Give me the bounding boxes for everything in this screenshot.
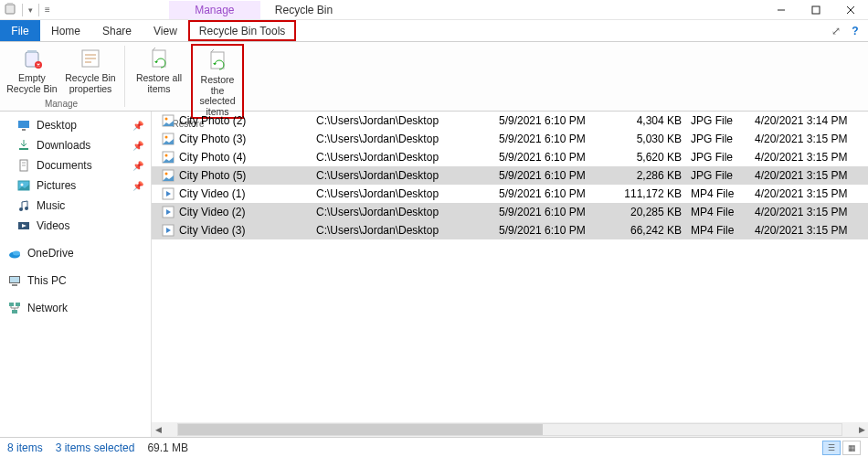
pin-icon: 📌 [132,161,143,171]
table-row[interactable]: City Photo (5)C:\Users\Jordan\Desktop5/9… [152,166,868,185]
file-type-icon [161,205,175,219]
cell-original-location: C:\Users\Jordan\Desktop [316,133,499,145]
pictures-icon [16,178,31,193]
cell-date-modified: 4/20/2021 3:15 PM [755,169,868,182]
cell-date-deleted: 5/9/2021 6:10 PM [499,151,618,164]
nav-network[interactable]: Network [0,298,151,318]
svg-rect-27 [10,277,19,282]
contextual-tab-label: Manage [169,1,260,19]
table-row[interactable]: City Video (2)C:\Users\Jordan\Desktop5/9… [152,203,868,221]
close-button[interactable] [833,0,868,20]
tab-recycle-bin-tools[interactable]: Recycle Bin Tools [188,20,297,41]
help-icon[interactable]: ? [846,20,864,41]
cell-item-type: JPG File [691,169,755,182]
nav-desktop[interactable]: Desktop📌 [0,115,151,135]
explorer-body: Desktop📌 Downloads📌 Documents📌 Pictures📌… [0,112,868,437]
svg-rect-13 [18,121,29,128]
documents-icon [16,158,31,173]
ribbon: Empty Recycle Bin Recycle Bin properties… [0,42,868,112]
table-row[interactable]: City Photo (3)C:\Users\Jordan\Desktop5/9… [152,130,868,148]
view-mode-buttons: ☰ ▦ [822,441,861,455]
pin-icon: 📌 [132,121,143,131]
nav-this-pc[interactable]: This PC [0,271,151,291]
cell-date-modified: 4/20/2021 3:15 PM [755,151,868,164]
svg-rect-15 [19,148,28,150]
restore-selected-icon [205,48,230,73]
nav-downloads[interactable]: Downloads📌 [0,135,151,155]
quick-access-toolbar: ▾ ≡ [0,2,50,17]
recycle-bin-properties-button[interactable]: Recycle Bin properties [64,44,117,99]
minimize-button[interactable] [764,0,799,20]
empty-recycle-bin-button[interactable]: Empty Recycle Bin [5,44,58,99]
nav-onedrive[interactable]: OneDrive [0,243,151,263]
file-list: City Photo (2)C:\Users\Jordan\Desktop5/9… [152,112,868,437]
horizontal-scrollbar[interactable]: ◀ ▶ [152,422,868,437]
cell-name: City Photo (5) [179,169,316,182]
svg-point-35 [165,136,168,139]
nav-pictures[interactable]: Pictures📌 [0,175,151,196]
svg-point-25 [13,251,20,256]
svg-point-39 [165,173,168,175]
cell-original-location: C:\Users\Jordan\Desktop [316,169,499,182]
table-row[interactable]: City Photo (2)C:\Users\Jordan\Desktop5/9… [152,112,868,130]
cell-item-type: JPG File [691,133,755,145]
restore-all-icon [146,46,172,71]
restore-all-items-button[interactable]: Restore all items [132,44,185,119]
status-bar: 8 items 3 items selected 69.1 MB ☰ ▦ [0,437,868,457]
file-type-icon [161,223,175,238]
tab-view[interactable]: View [143,20,188,41]
cell-item-type: MP4 File [691,206,755,218]
table-row[interactable]: City Photo (4)C:\Users\Jordan\Desktop5/9… [152,148,868,166]
navigation-pane: Desktop📌 Downloads📌 Documents📌 Pictures📌… [0,112,152,437]
file-type-icon [161,113,175,128]
cell-name: City Photo (2) [179,114,316,127]
cell-name: City Video (3) [179,224,316,237]
svg-rect-28 [12,284,17,286]
status-selected-count: 3 items selected [56,441,135,454]
music-icon [16,198,31,213]
svg-rect-14 [22,129,26,131]
title-bar: ▾ ≡ Manage Recycle Bin [0,0,868,20]
videos-icon [16,218,31,233]
status-item-count: 8 items [7,441,43,454]
cell-date-deleted: 5/9/2021 6:10 PM [499,169,618,182]
table-row[interactable]: City Video (3)C:\Users\Jordan\Desktop5/9… [152,221,868,239]
cell-name: City Photo (4) [179,151,316,164]
cell-date-deleted: 5/9/2021 6:10 PM [499,187,618,200]
svg-point-21 [19,207,23,211]
cell-date-deleted: 5/9/2021 6:10 PM [499,206,618,218]
tab-home[interactable]: Home [40,20,91,41]
cell-name: City Photo (3) [179,133,316,145]
maximize-button[interactable] [799,0,833,20]
cell-item-type: JPG File [691,114,755,127]
cell-size: 5,030 KB [618,133,691,145]
network-icon [7,301,22,315]
file-type-icon [161,168,175,183]
tab-file[interactable]: File [0,20,40,41]
file-type-icon [161,186,175,201]
nav-music[interactable]: Music [0,196,151,216]
cell-date-modified: 4/20/2021 3:15 PM [755,133,868,145]
nav-videos[interactable]: Videos [0,216,151,236]
restore-selected-items-button[interactable]: Restore the selected items [191,44,244,119]
details-view-button[interactable]: ☰ [822,441,841,455]
svg-point-22 [25,207,28,210]
cell-date-modified: 4/20/2021 3:15 PM [755,187,868,200]
qat-dropdown-icon[interactable]: ▾ [28,5,33,15]
table-row[interactable]: City Video (1)C:\Users\Jordan\Desktop5/9… [152,185,868,203]
pin-icon: 📌 [132,141,143,151]
cell-item-type: MP4 File [691,224,755,237]
thleails-view-button[interactable]: ▦ [842,441,861,455]
pin-icon: 📌 [132,181,143,191]
tab-share[interactable]: Share [91,20,143,41]
cell-date-modified: 4/20/2021 3:15 PM [755,206,868,218]
qat-overflow-icon[interactable]: ≡ [45,5,50,15]
properties-icon [78,46,103,71]
nav-documents[interactable]: Documents📌 [0,155,151,175]
recycle-bin-icon [4,2,16,17]
cell-date-modified: 4/20/2021 3:15 PM [755,224,868,237]
ribbon-pin-icon[interactable]: ⤢ [826,20,846,41]
cell-original-location: C:\Users\Jordan\Desktop [316,206,499,218]
svg-rect-2 [812,6,820,14]
svg-rect-29 [9,303,14,306]
